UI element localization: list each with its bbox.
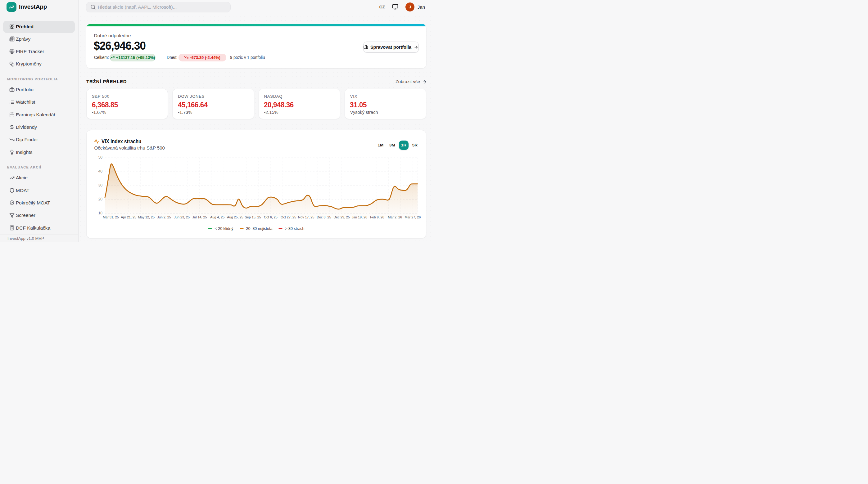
- svg-text:20: 20: [98, 197, 103, 201]
- svg-text:10: 10: [98, 211, 103, 215]
- svg-text:50: 50: [98, 155, 103, 159]
- svg-text:30: 30: [98, 183, 103, 187]
- svg-text:40: 40: [98, 169, 103, 173]
